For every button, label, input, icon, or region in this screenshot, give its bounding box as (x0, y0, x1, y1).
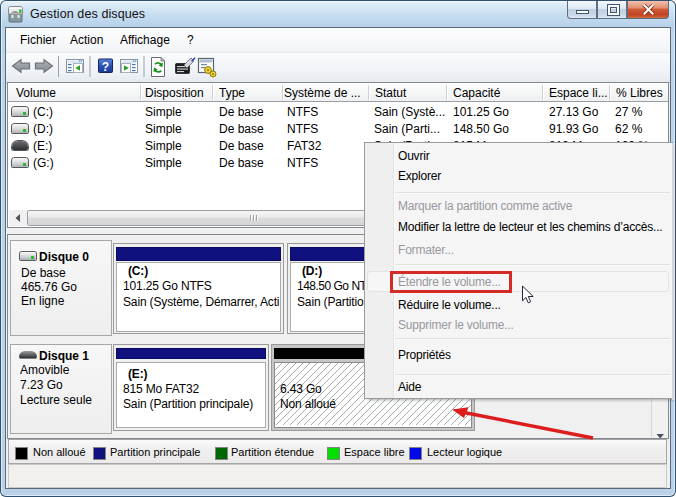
svg-text:?: ? (102, 60, 109, 74)
